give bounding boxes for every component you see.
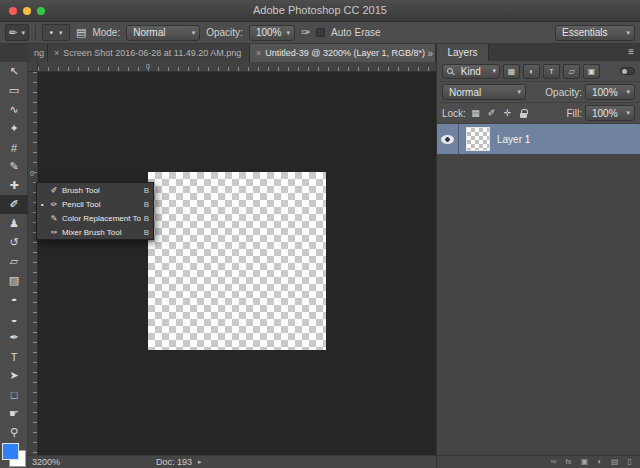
tab-layers[interactable]: Layers bbox=[437, 44, 489, 61]
link-layers-icon[interactable]: ∞ bbox=[551, 458, 557, 466]
lock-transparent-pixels-icon[interactable]: ▦ bbox=[469, 108, 482, 118]
type-layers-filter-icon[interactable]: T bbox=[543, 64, 560, 79]
layers-panel-bottom-bar: ∞ fx ▣ ◐ ▤ ▯ bbox=[437, 455, 640, 468]
new-group-icon[interactable]: ▤ bbox=[611, 458, 619, 466]
eraser-tool-icon: ▱ bbox=[10, 255, 18, 268]
toolbar-tool-hand[interactable]: ☛ bbox=[0, 404, 28, 423]
lock-image-pixels-icon[interactable]: ✐ bbox=[485, 108, 498, 118]
toolbar-tool-gradient[interactable]: ▨ bbox=[0, 271, 28, 290]
layer-visibility-cell[interactable] bbox=[437, 124, 459, 154]
window-title: Adobe Photoshop CC 2015 bbox=[0, 4, 640, 16]
adjustment-layer-icon[interactable]: ◐ bbox=[597, 458, 602, 466]
flyout-item-mixer-brush-tool[interactable]: ✑ Mixer Brush Tool B bbox=[37, 225, 153, 239]
canvas-area: 0 0 bbox=[28, 62, 436, 455]
lock-position-icon[interactable]: ✛ bbox=[501, 108, 514, 118]
tool-options-bar: ✏ ▾ • ▾ ▤ Mode: Normal ▾ Opacity: 100% ▾… bbox=[0, 22, 640, 44]
layer-opacity-select[interactable]: 100% ▾ bbox=[585, 84, 635, 100]
auto-erase-checkbox[interactable] bbox=[316, 28, 325, 37]
flyout-item-color-replacement-tool[interactable]: ✎ Color Replacement Tool B bbox=[37, 211, 153, 225]
close-tab-icon[interactable]: × bbox=[54, 48, 59, 58]
toolbar-tool-pen[interactable]: ✒ bbox=[0, 328, 28, 347]
opacity-select[interactable]: 100% ▾ bbox=[249, 25, 295, 41]
hand-tool-icon: ☛ bbox=[9, 407, 19, 420]
toolbar-tool-history-brush[interactable]: ↺ bbox=[0, 233, 28, 252]
tool-preset-picker[interactable]: ✏ ▾ bbox=[5, 24, 29, 41]
delete-layer-icon[interactable]: ▯ bbox=[628, 458, 632, 466]
shortcut-label: B bbox=[144, 214, 149, 223]
current-tool-marker: • bbox=[41, 201, 46, 208]
photoshop-window: Adobe Photoshop CC 2015 ✏ ▾ • ▾ ▤ Mode: … bbox=[0, 0, 640, 468]
toolbar-tool-healing-brush[interactable]: ✚ bbox=[0, 176, 28, 195]
pixel-layers-filter-icon[interactable]: ▦ bbox=[503, 64, 520, 79]
pressure-opacity-icon[interactable]: ✑ bbox=[301, 27, 310, 38]
mixer-brush-tool-icon: ✑ bbox=[49, 228, 59, 237]
chevron-down-icon: ▾ bbox=[21, 29, 25, 37]
toolbar-tool-marquee[interactable]: ▭ bbox=[0, 81, 28, 100]
brush-preset-picker[interactable]: • ▾ bbox=[42, 24, 70, 41]
toolbar-tool-brush[interactable]: ✐ bbox=[0, 195, 28, 214]
adjustment-layers-filter-icon[interactable]: ◐ bbox=[523, 64, 540, 79]
lock-fill-row: Lock: ▦ ✐ ✛ Fill: 100% ▾ bbox=[437, 103, 640, 124]
layer-fill-select[interactable]: 100% ▾ bbox=[585, 105, 635, 121]
layer-mask-icon[interactable]: ▣ bbox=[581, 458, 589, 466]
eye-icon bbox=[441, 135, 454, 144]
layer-blend-mode-select[interactable]: Normal ▾ bbox=[442, 84, 526, 100]
vertical-ruler[interactable]: 0 bbox=[28, 72, 38, 455]
lasso-tool-icon: ∿ bbox=[9, 103, 18, 116]
chevron-down-icon: ▾ bbox=[59, 29, 63, 37]
layer-list: Layer 1 bbox=[437, 124, 640, 455]
toolbar-tool-path-selection[interactable]: ➤ bbox=[0, 366, 28, 385]
status-flyout-icon[interactable]: ▸ bbox=[198, 458, 202, 466]
toolbar-tool-quick-selection[interactable]: ✦ bbox=[0, 119, 28, 138]
toolbar-tool-blur[interactable]: ◓ bbox=[0, 290, 28, 309]
toolbar-tool-rectangle[interactable]: □ bbox=[0, 385, 28, 404]
kind-label: Kind bbox=[461, 66, 481, 77]
title-bar: Adobe Photoshop CC 2015 bbox=[0, 0, 640, 22]
zoom-level-field[interactable]: 3200% bbox=[32, 457, 60, 467]
blend-mode-select[interactable]: Normal ▾ bbox=[126, 25, 200, 41]
toolbar-tool-dodge[interactable]: ◒ bbox=[0, 309, 28, 328]
workspace-select[interactable]: Essentials ▾ bbox=[555, 25, 635, 41]
tools-panel: ↖ ▭ ∿ ✦ # ✎ ✚ ✐ ♟ ↺ ▱ ▨ ◓ ◒ ✒ T ➤ □ ☛ ⚲ bbox=[0, 62, 28, 468]
flyout-item-brush-tool[interactable]: ✐ Brush Tool B bbox=[37, 183, 153, 197]
toolbar-tool-eraser[interactable]: ▱ bbox=[0, 252, 28, 271]
document-info: Doc: 193 bbox=[156, 457, 192, 467]
close-tab-icon[interactable]: × bbox=[256, 48, 261, 58]
document-tab-partial[interactable]: ng bbox=[28, 44, 48, 62]
toggle-brush-panel-icon[interactable]: ▤ bbox=[76, 27, 86, 38]
smart-object-filter-icon[interactable]: ▣ bbox=[583, 64, 600, 79]
toolbar-tool-type[interactable]: T bbox=[0, 347, 28, 366]
lock-all-icon[interactable] bbox=[520, 113, 527, 118]
document-tab-screenshot[interactable]: × Screen Shot 2016-06-28 at 11.49.20 AM.… bbox=[48, 44, 250, 62]
horizontal-ruler[interactable]: 0 bbox=[38, 62, 436, 72]
layer-thumbnail[interactable] bbox=[466, 127, 490, 151]
shape-layers-filter-icon[interactable]: ▱ bbox=[563, 64, 580, 79]
document-tab-untitled-39[interactable]: × Untitled-39 @ 3200% (Layer 1, RGB/8*) bbox=[250, 44, 436, 62]
layer-row-layer-1[interactable]: Layer 1 bbox=[437, 124, 640, 154]
toolbar-tool-eyedropper[interactable]: ✎ bbox=[0, 157, 28, 176]
toolbar-tool-crop[interactable]: # bbox=[0, 138, 28, 157]
rectangle-tool-icon: □ bbox=[11, 389, 18, 401]
document-viewport[interactable] bbox=[38, 72, 436, 455]
ruler-origin-corner[interactable] bbox=[28, 62, 38, 72]
shortcut-label: B bbox=[144, 186, 149, 195]
layer-filtering-toggle[interactable] bbox=[620, 67, 635, 75]
flyout-item-pencil-tool[interactable]: • ✏ Pencil Tool B bbox=[37, 197, 153, 211]
foreground-color-swatch[interactable] bbox=[2, 443, 19, 460]
pen-tool-icon: ✒ bbox=[9, 331, 18, 344]
toolbar-tool-lasso[interactable]: ∿ bbox=[0, 100, 28, 119]
separator bbox=[35, 25, 36, 40]
chevron-down-icon: ▾ bbox=[626, 88, 630, 96]
toolbar-tool-move[interactable]: ↖ bbox=[0, 62, 28, 81]
mode-label: Mode: bbox=[92, 27, 120, 38]
canvas-transparency-checkerboard[interactable] bbox=[148, 172, 326, 350]
layer-filter-kind-select[interactable]: Kind ▾ bbox=[442, 64, 500, 79]
toolbar-tool-clone-stamp[interactable]: ♟ bbox=[0, 214, 28, 233]
tab-label: Untitled-39 @ 3200% (Layer 1, RGB/8*) bbox=[265, 48, 425, 58]
layer-effects-icon[interactable]: fx bbox=[565, 458, 571, 466]
panel-menu-icon[interactable]: ≡ bbox=[628, 46, 634, 57]
layer-fill-value: 100% bbox=[592, 108, 618, 119]
tab-overflow-button[interactable]: » bbox=[427, 44, 433, 62]
history-brush-tool-icon: ↺ bbox=[9, 236, 18, 249]
toolbar-tool-zoom[interactable]: ⚲ bbox=[0, 423, 28, 442]
